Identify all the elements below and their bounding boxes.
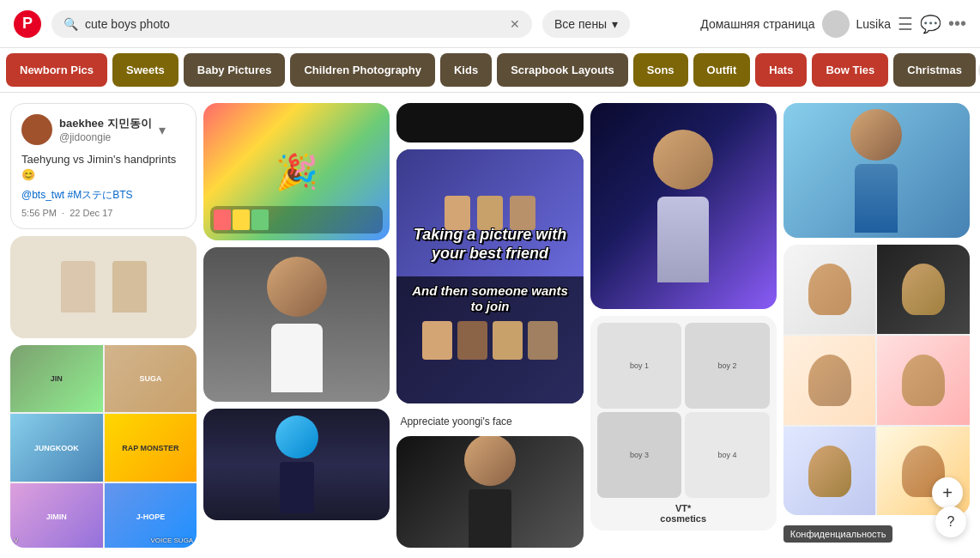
category-sweets[interactable]: Sweets <box>112 53 178 87</box>
stage-placeholder <box>653 130 713 282</box>
filter-button[interactable]: Все пены ▾ <box>542 10 630 38</box>
collage-cell-2: SUGA <box>105 345 197 413</box>
tweet-date: 22 Dec 17 <box>70 208 112 218</box>
meme-line-1: Taking a picture with your best friend <box>410 226 569 263</box>
category-children-photography[interactable]: Children Photography <box>290 53 435 87</box>
nav-home[interactable]: Домашняя страница <box>700 17 814 31</box>
help-button[interactable]: ? <box>935 506 966 537</box>
face-collage-pin[interactable]: + <box>783 245 970 515</box>
filter-label: Все пены <box>554 17 607 31</box>
pin-column-2: 🎉 <box>203 103 390 548</box>
chat-icon[interactable]: 💬 <box>920 14 941 34</box>
clear-icon[interactable]: ✕ <box>510 17 520 31</box>
user-area[interactable]: Lusika <box>822 10 891 38</box>
vt-brand-label: VT*cosmetics <box>597 503 770 524</box>
tweet-meta: 5:56 PM · 22 Dec 17 <box>21 208 185 218</box>
pin-column-5: + Конфиденциальность ? <box>783 103 970 548</box>
tweet-name: baekhee 지민동이 <box>59 116 152 131</box>
meme-text-overlay-2: And then someone wants to join <box>396 276 583 403</box>
collage-cell-5: JIMIN <box>10 483 103 548</box>
meme-line-2: And then someone wants to join <box>410 283 569 314</box>
collage-cell-3: JUNGKOOK <box>10 414 103 482</box>
category-christmas[interactable]: Christmas <box>893 53 976 87</box>
tweet-header: baekhee 지민동이 @jidoongie ▾ <box>21 114 185 145</box>
party-pin[interactable]: 🎉 <box>203 103 390 240</box>
tweet-time: 5:56 PM <box>21 208 57 218</box>
meme-caption: Appreciate yoongi's face <box>396 410 583 429</box>
category-bar: Newborn Pics Sweets Baby Pictures Childr… <box>0 48 980 93</box>
vt-cosmetics-pin[interactable]: boy 1 boy 2 boy 3 boy 4 VT*cosmetics <box>590 316 777 531</box>
search-bar[interactable]: 🔍 ✕ <box>51 10 532 38</box>
meme-pin[interactable]: Taking a picture with your best friend A… <box>396 149 583 403</box>
header: P 🔍 ✕ Все пены ▾ Домашняя страница Lusik… <box>0 0 980 48</box>
blue-jacket-placeholder <box>850 109 902 233</box>
collage-cell-1: JIN <box>10 345 103 413</box>
blue-hair-pin[interactable] <box>203 409 390 520</box>
handprints-pin[interactable] <box>10 236 197 337</box>
menu-icon[interactable]: ☰ <box>898 14 913 34</box>
face-2 <box>877 245 970 334</box>
privacy-notice[interactable]: Конфиденциальность <box>783 525 893 543</box>
tweet-user-info: baekhee 지민동이 @jidoongie <box>59 116 152 143</box>
vt-grid: boy 1 boy 2 boy 3 boy 4 VT*cosmetics <box>590 316 777 531</box>
blue-jacket-pin[interactable] <box>783 103 970 238</box>
pin-column-4: boy 1 boy 2 boy 3 boy 4 VT*cosmetics <box>590 103 777 548</box>
main-content: baekhee 지민동이 @jidoongie ▾ Taehyung vs Ji… <box>0 93 980 558</box>
face-4 <box>877 336 970 425</box>
concert-placeholder <box>464 436 516 548</box>
party-icon: 🎉 <box>275 152 318 192</box>
tweet-handle: @jidoongie <box>59 131 152 143</box>
tweet-avatar <box>21 114 52 145</box>
meme-text-overlay: Taking a picture with your best friend <box>396 149 583 276</box>
collage-cell-6: J-HOPE <box>105 483 197 548</box>
pin-column-1: baekhee 지민동이 @jidoongie ▾ Taehyung vs Ji… <box>10 103 197 548</box>
category-baby-pictures[interactable]: Baby Pictures <box>184 53 286 87</box>
category-kids[interactable]: Kids <box>440 53 492 87</box>
stage-pin[interactable] <box>590 103 777 309</box>
top-dark-pin[interactable] <box>396 103 583 143</box>
face-3 <box>783 336 876 425</box>
face-1 <box>783 245 876 334</box>
nav-links: Домашняя страница Lusika ☰ 💬 ••• <box>700 10 966 38</box>
face-5 <box>783 427 876 516</box>
category-scrapbook-layouts[interactable]: Scrapbook Layouts <box>497 53 628 87</box>
tweet-more-icon[interactable]: ▾ <box>159 122 166 138</box>
dropdown-icon: ▾ <box>612 17 618 31</box>
face-collage-grid <box>783 245 970 515</box>
pinterest-logo[interactable]: P <box>14 10 41 38</box>
pin-column-3: Taking a picture with your best friend A… <box>396 103 583 548</box>
meme-bg: Taking a picture with your best friend A… <box>396 149 583 403</box>
category-newborn-pics[interactable]: Newborn Pics <box>6 53 107 87</box>
concert-pin[interactable] <box>396 436 583 548</box>
bts-collage-grid: JIN SUGA JUNGKOOK RAP MONSTER JIMIN J-HO… <box>10 345 197 548</box>
tweet-card[interactable]: baekhee 지민동이 @jidoongie ▾ Taehyung vs Ji… <box>10 103 197 229</box>
tweet-body: Taehyung vs Jimin's handprints 😊 <box>21 152 185 183</box>
more-icon[interactable]: ••• <box>948 14 966 33</box>
boy-portrait-pin[interactable] <box>203 247 390 402</box>
category-bow-ties[interactable]: Bow Ties <box>812 53 888 87</box>
bts-collage-pin[interactable]: JIN SUGA JUNGKOOK RAP MONSTER JIMIN J-HO… <box>10 345 197 548</box>
category-sons[interactable]: Sons <box>633 53 688 87</box>
privacy-area: Конфиденциальность ? <box>783 522 970 548</box>
avatar <box>822 10 850 38</box>
blue-hair-placeholder <box>275 415 318 513</box>
search-input[interactable] <box>85 17 503 31</box>
category-outfit[interactable]: Outfit <box>693 53 751 87</box>
logo-letter: P <box>22 15 33 33</box>
search-icon: 🔍 <box>64 17 78 31</box>
tweet-link[interactable]: @bts_twt #MステにBTS <box>21 188 185 203</box>
portrait-placeholder <box>267 257 327 392</box>
username: Lusika <box>856 17 891 31</box>
category-hats[interactable]: Hats <box>755 53 807 87</box>
collage-cell-4: RAP MONSTER <box>105 414 197 482</box>
